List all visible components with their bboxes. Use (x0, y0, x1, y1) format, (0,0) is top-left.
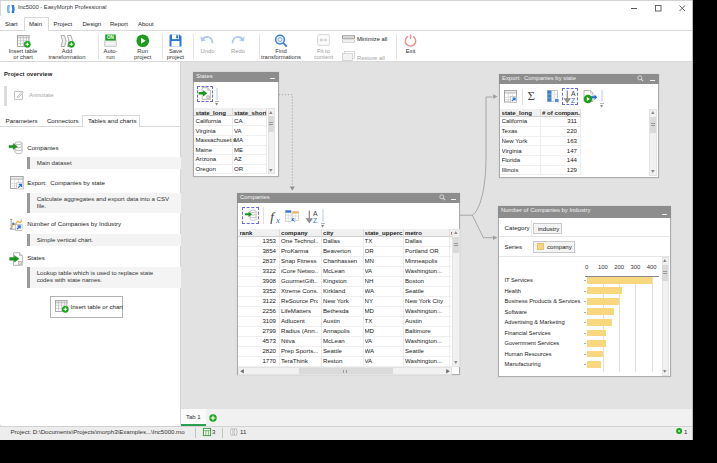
svg-text:ON: ON (107, 35, 115, 40)
svg-text:A: A (571, 89, 576, 96)
svg-text:Z: Z (313, 217, 317, 224)
svg-text:x: x (274, 215, 279, 225)
svg-text:Z: Z (571, 97, 575, 104)
svg-text:A: A (313, 209, 318, 216)
